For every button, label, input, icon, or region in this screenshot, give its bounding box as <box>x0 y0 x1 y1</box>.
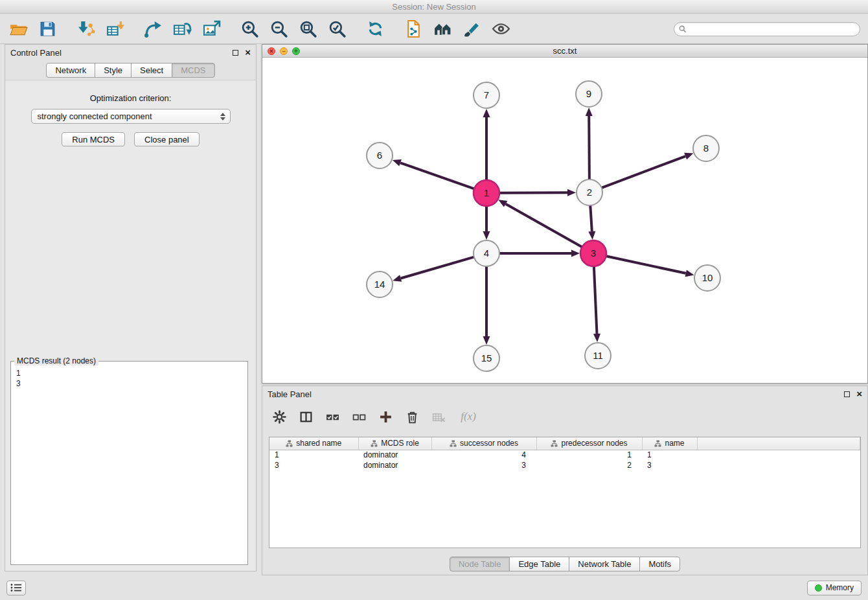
zoom-in-icon[interactable] <box>239 19 260 40</box>
import-network-icon[interactable] <box>75 19 96 40</box>
table-row[interactable]: 3dominator323 <box>269 460 860 470</box>
float-table-panel-icon[interactable] <box>844 391 850 397</box>
cell[interactable]: 2 <box>536 460 642 470</box>
show-columns-icon[interactable] <box>298 409 314 424</box>
node-label: 1 <box>484 187 489 198</box>
select-all-icon[interactable] <box>325 409 340 424</box>
mcds-result-node: 3 <box>16 378 242 389</box>
cell[interactable]: dominator <box>358 450 431 460</box>
deselect-all-icon[interactable] <box>351 409 367 424</box>
edge-3-10[interactable] <box>606 256 686 273</box>
column-type-icon <box>654 440 661 447</box>
column-header-name[interactable]: name <box>642 437 697 450</box>
close-window-button[interactable]: × <box>268 47 275 55</box>
column-header-mcds-role[interactable]: MCDS role <box>358 437 431 450</box>
search-box[interactable] <box>674 22 860 36</box>
table-tab-network-table[interactable]: Network Table <box>569 557 640 571</box>
edge-2-3[interactable] <box>590 205 592 231</box>
search-input[interactable] <box>690 25 855 34</box>
edge-1-6[interactable] <box>400 163 474 189</box>
tab-select[interactable]: Select <box>131 63 172 78</box>
table-settings-icon[interactable] <box>271 409 287 424</box>
main-toolbar <box>0 14 868 44</box>
cell[interactable]: 3 <box>269 460 358 470</box>
title-bar[interactable]: Session: New Session <box>0 0 868 14</box>
cell[interactable]: 3 <box>642 460 697 470</box>
cell[interactable]: 4 <box>431 450 536 460</box>
tab-style[interactable]: Style <box>95 63 131 78</box>
clone-network-icon[interactable] <box>172 19 192 40</box>
show-panel-menu-button[interactable] <box>6 581 26 595</box>
delete-row-icon[interactable] <box>404 409 420 424</box>
node-4[interactable]: 4 <box>474 240 499 266</box>
close-panel-button[interactable]: Close panel <box>134 132 200 146</box>
show-hide-icon[interactable] <box>490 19 511 40</box>
table-panel: Table Panel × f(x) shared nameMCDS roles… <box>262 386 868 575</box>
edge-2-9[interactable] <box>589 116 589 179</box>
float-panel-icon[interactable] <box>233 50 238 56</box>
network-window-title: scc.txt <box>553 46 577 56</box>
zoom-window-button[interactable]: + <box>292 47 300 55</box>
node-8[interactable]: 8 <box>693 135 719 161</box>
toolbar-group <box>143 19 222 40</box>
node-10[interactable]: 10 <box>694 265 720 291</box>
edge-4-14[interactable] <box>401 257 474 279</box>
import-table-icon[interactable] <box>104 19 125 40</box>
tab-mcds[interactable]: MCDS <box>172 63 214 78</box>
zoom-selected-icon[interactable] <box>326 19 347 40</box>
close-table-panel-icon[interactable]: × <box>856 390 862 398</box>
edge-3-11[interactable] <box>594 266 597 334</box>
column-header-shared-name[interactable]: shared name <box>269 437 358 450</box>
edge-3-1[interactable] <box>506 204 582 247</box>
node-7[interactable]: 7 <box>474 82 499 108</box>
save-session-icon[interactable] <box>37 19 58 40</box>
node-9[interactable]: 9 <box>576 81 602 107</box>
cell[interactable]: 1 <box>536 450 642 460</box>
table-panel-header: Table Panel × <box>262 386 867 402</box>
cell[interactable]: 1 <box>642 450 697 460</box>
node-14[interactable]: 14 <box>367 271 393 297</box>
network-graph[interactable]: 7968124314101511 <box>262 58 867 383</box>
memory-button[interactable]: Memory <box>807 581 862 595</box>
column-label: shared name <box>296 439 341 448</box>
add-row-icon[interactable] <box>378 409 393 424</box>
open-file-icon[interactable] <box>8 19 29 40</box>
run-mcds-button[interactable]: Run MCDS <box>62 132 125 146</box>
toolbar-group <box>75 19 125 40</box>
minimize-window-button[interactable]: – <box>280 47 288 55</box>
function-builder-label: f(x) <box>461 410 476 423</box>
node-3[interactable]: 3 <box>580 240 606 266</box>
cell[interactable]: dominator <box>358 460 431 470</box>
network-window-titlebar[interactable]: × – + scc.txt <box>262 45 867 58</box>
refresh-view-icon[interactable] <box>365 19 385 40</box>
close-panel-icon[interactable]: × <box>245 49 251 56</box>
open-home-icon[interactable] <box>432 19 453 40</box>
mcds-result-list[interactable]: 13 <box>10 361 248 565</box>
share-document-icon[interactable] <box>403 19 424 40</box>
node-2[interactable]: 2 <box>577 179 602 205</box>
node-1[interactable]: 1 <box>474 180 499 206</box>
table-tab-edge-table[interactable]: Edge Table <box>509 557 569 571</box>
table-row[interactable]: 1dominator411 <box>269 450 860 460</box>
tab-network[interactable]: Network <box>46 63 95 78</box>
share-network-icon[interactable] <box>143 19 163 40</box>
optimization-dropdown[interactable]: strongly connected component <box>31 109 231 124</box>
node-6[interactable]: 6 <box>367 143 393 168</box>
zoom-out-icon[interactable] <box>268 19 289 40</box>
export-image-icon[interactable] <box>201 19 222 40</box>
node-15[interactable]: 15 <box>474 345 499 371</box>
table-tab-motifs[interactable]: Motifs <box>639 557 680 571</box>
cell[interactable]: 3 <box>431 460 536 470</box>
column-header-predecessor-nodes[interactable]: predecessor nodes <box>536 437 642 450</box>
network-canvas[interactable]: 7968124314101511 <box>262 58 867 383</box>
edge-2-8[interactable] <box>602 156 685 188</box>
table-tab-node-table[interactable]: Node Table <box>450 557 510 571</box>
cell[interactable]: 1 <box>269 450 358 460</box>
paint-style-icon[interactable] <box>461 19 482 40</box>
mcds-panel-body: Optimization criterion: strongly connect… <box>5 80 256 571</box>
node-table[interactable]: shared nameMCDS rolesuccessor nodesprede… <box>269 437 861 548</box>
column-header-successor-nodes[interactable]: successor nodes <box>431 437 536 450</box>
node-11[interactable]: 11 <box>585 343 611 369</box>
zoom-fit-icon[interactable] <box>297 19 318 40</box>
edge-1-2[interactable] <box>499 192 567 193</box>
